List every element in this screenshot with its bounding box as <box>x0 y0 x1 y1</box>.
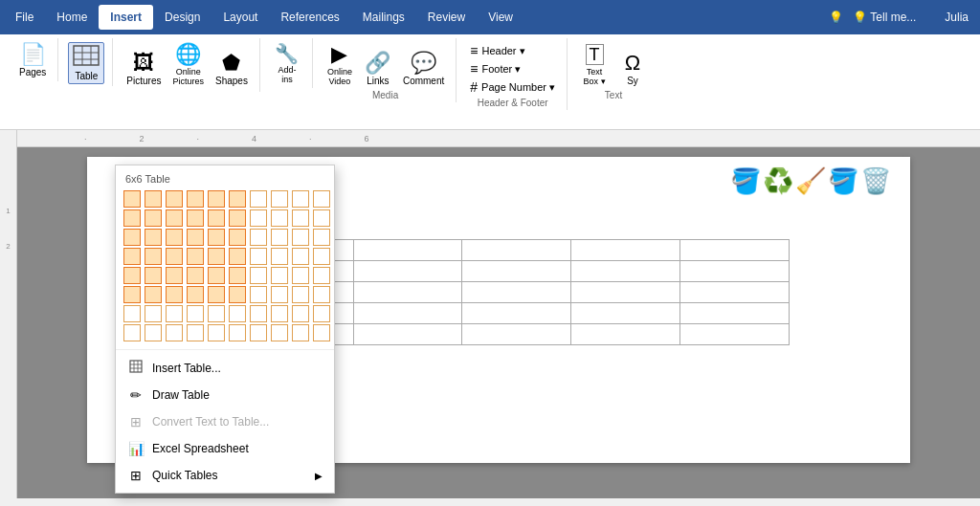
table-grid-cell[interactable] <box>292 305 309 322</box>
comment-button[interactable]: 💬 Comment <box>399 51 448 88</box>
header-button[interactable]: ≡ Header ▾ <box>466 42 559 59</box>
menu-view[interactable]: View <box>477 5 524 30</box>
table-grid-cell[interactable] <box>250 209 267 227</box>
table-grid-cell[interactable] <box>145 248 162 265</box>
table-grid-cell[interactable] <box>313 248 330 265</box>
table-grid-cell[interactable] <box>166 286 183 303</box>
table-grid-cell[interactable] <box>187 229 204 246</box>
table-grid-cell[interactable] <box>208 209 225 227</box>
table-grid-cell[interactable] <box>250 286 267 303</box>
table-grid-cell[interactable] <box>313 286 330 303</box>
table-grid-cell[interactable] <box>208 286 225 303</box>
table-grid-cell[interactable] <box>313 229 330 246</box>
table-grid-cell[interactable] <box>229 286 246 303</box>
textbox-button[interactable]: T TextBox ▾ <box>577 42 612 88</box>
table-grid-cell[interactable] <box>313 190 330 208</box>
table-grid-cell[interactable] <box>250 324 267 341</box>
table-grid-cell[interactable] <box>313 324 330 341</box>
table-grid-cell[interactable] <box>271 305 288 322</box>
table-grid-cell[interactable] <box>229 305 246 322</box>
menu-design[interactable]: Design <box>153 5 212 30</box>
tell-me-icon[interactable]: 💡 <box>829 11 843 24</box>
table-grid-cell[interactable] <box>123 209 141 227</box>
table-grid-cell[interactable] <box>187 190 204 208</box>
draw-table-item[interactable]: ✏ Draw Table <box>116 382 334 408</box>
table-grid-cell[interactable] <box>123 190 141 208</box>
table-grid-cell[interactable] <box>166 305 183 322</box>
table-grid-cell[interactable] <box>166 209 183 227</box>
table-grid-cell[interactable] <box>187 286 204 303</box>
table-grid-cell[interactable] <box>123 267 141 284</box>
table-grid-cell[interactable] <box>187 248 204 265</box>
pages-button[interactable]: 📄 Pages <box>15 42 50 79</box>
table-grid-cell[interactable] <box>166 229 183 246</box>
table-grid-cell[interactable] <box>208 267 225 284</box>
menu-review[interactable]: Review <box>416 5 477 30</box>
table-grid-cell[interactable] <box>208 190 225 208</box>
table-grid-cell[interactable] <box>145 305 162 322</box>
table-grid-cell[interactable] <box>145 267 162 284</box>
table-grid-cell[interactable] <box>271 324 288 341</box>
table-grid-cell[interactable] <box>145 229 162 246</box>
table-grid-cell[interactable] <box>250 305 267 322</box>
table-grid[interactable] <box>123 190 326 341</box>
table-grid-cell[interactable] <box>250 267 267 284</box>
table-grid-cell[interactable] <box>292 324 309 341</box>
table-button[interactable]: Table <box>68 42 104 84</box>
table-grid-cell[interactable] <box>250 229 267 246</box>
table-grid-cell[interactable] <box>271 209 288 227</box>
table-grid-cell[interactable] <box>313 305 330 322</box>
table-grid-cell[interactable] <box>145 324 162 341</box>
table-grid-cell[interactable] <box>229 324 246 341</box>
table-grid-cell[interactable] <box>292 286 309 303</box>
table-grid-cell[interactable] <box>145 209 162 227</box>
quick-tables-item[interactable]: ⊞ Quick Tables ▶ <box>116 462 334 489</box>
tell-me-text[interactable]: 💡 Tell me... <box>853 11 916 24</box>
table-grid-cell[interactable] <box>271 248 288 265</box>
menu-insert[interactable]: Insert <box>99 5 153 30</box>
table-grid-cell[interactable] <box>271 190 288 208</box>
table-grid-cell[interactable] <box>292 229 309 246</box>
table-grid-cell[interactable] <box>123 248 141 265</box>
online-video-button[interactable]: ▶ OnlineVideo <box>323 42 357 88</box>
table-grid-cell[interactable] <box>250 190 267 208</box>
table-grid-cell[interactable] <box>313 209 330 227</box>
table-grid-cell[interactable] <box>271 286 288 303</box>
table-grid-cell[interactable] <box>292 267 309 284</box>
table-grid-cell[interactable] <box>229 267 246 284</box>
table-grid-cell[interactable] <box>123 324 141 341</box>
table-grid-cell[interactable] <box>271 267 288 284</box>
menu-mailings[interactable]: Mailings <box>351 5 416 30</box>
footer-button[interactable]: ≡ Footer ▾ <box>466 60 559 77</box>
table-grid-cell[interactable] <box>166 190 183 208</box>
table-grid-cell[interactable] <box>187 305 204 322</box>
pictures-button[interactable]: 🖼 Pictures <box>122 51 165 88</box>
page-number-button[interactable]: # Page Number ▾ <box>466 78 559 96</box>
table-grid-cell[interactable] <box>208 229 225 246</box>
online-pictures-button[interactable]: 🌐 OnlinePictures <box>168 42 208 88</box>
table-grid-cell[interactable] <box>187 267 204 284</box>
table-grid-cell[interactable] <box>292 190 309 208</box>
menu-layout[interactable]: Layout <box>212 5 269 30</box>
table-grid-cell[interactable] <box>187 324 204 341</box>
table-grid-cell[interactable] <box>292 248 309 265</box>
table-grid-cell[interactable] <box>229 190 246 208</box>
table-grid-cell[interactable] <box>229 229 246 246</box>
table-grid-cell[interactable] <box>313 267 330 284</box>
table-grid-cell[interactable] <box>187 209 204 227</box>
shapes-button[interactable]: ⬟ Shapes <box>212 51 252 88</box>
table-grid-cell[interactable] <box>145 190 162 208</box>
table-grid-cell[interactable] <box>229 248 246 265</box>
table-grid-cell[interactable] <box>166 324 183 341</box>
table-grid-cell[interactable] <box>208 305 225 322</box>
table-grid-cell[interactable] <box>123 286 141 303</box>
menu-references[interactable]: References <box>269 5 350 30</box>
symbol-button[interactable]: Ω Sy <box>615 51 650 88</box>
table-grid-cell[interactable] <box>208 324 225 341</box>
table-grid-cell[interactable] <box>229 209 246 227</box>
insert-table-item[interactable]: Insert Table... <box>116 354 334 382</box>
table-grid-cell[interactable] <box>123 229 141 246</box>
addins-button[interactable]: 🔧 Add-ins <box>270 42 304 86</box>
excel-spreadsheet-item[interactable]: 📊 Excel Spreadsheet <box>116 435 334 462</box>
table-grid-cell[interactable] <box>166 248 183 265</box>
